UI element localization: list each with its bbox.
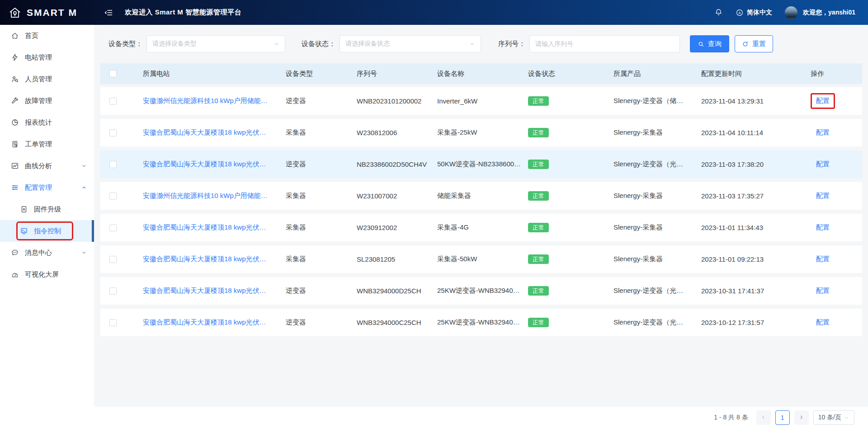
pagination-next-button[interactable] [794, 410, 809, 425]
product-cell: Slenergy-逆变器（光… [613, 318, 701, 327]
updated-cell: 2023-11-01 09:22:13 [701, 255, 811, 263]
report-icon [11, 118, 19, 127]
device-table: 所属电站 设备类型 序列号 设备名称 设备状态 所属产品 配置更新时间 操作 安… [100, 63, 862, 336]
product-cell: Slenergy-采集器 [613, 128, 701, 137]
sidebar-item-message-center[interactable]: 消息中心 [0, 242, 94, 263]
avatar[interactable] [785, 6, 797, 19]
sidebar-item-fault-management[interactable]: 故障管理 [0, 90, 94, 112]
config-action[interactable]: 配置 [816, 128, 830, 136]
station-link[interactable]: 安徽合肥蜀山海天大厦楼顶18 kwp光伏… [143, 128, 266, 136]
config-icon [11, 183, 19, 192]
sidebar-item-label: 工单管理 [25, 140, 52, 149]
station-link[interactable]: 安徽合肥蜀山海天大厦楼顶18 kwp光伏… [143, 223, 266, 231]
device-type-cell: 逆变器 [286, 287, 357, 295]
product-cell: Slenergy-采集器 [613, 223, 701, 232]
sidebar-item-report-statistics[interactable]: 报表统计 [0, 112, 94, 133]
language-label: 简体中文 [747, 9, 772, 17]
station-link[interactable]: 安徽合肥蜀山海天大厦楼顶18 kwp光伏… [143, 255, 266, 263]
serial-cell: W230812006 [357, 129, 437, 136]
config-action[interactable]: 配置 [816, 223, 830, 231]
device-type-cell: 采集器 [286, 128, 357, 137]
device-name-cell: Inverter_6kW [437, 97, 528, 105]
home-icon [11, 32, 19, 40]
config-action[interactable]: 配置 [816, 160, 830, 168]
station-link[interactable]: 安徽合肥蜀山海天大厦楼顶18 kwp光伏… [143, 160, 266, 168]
device-status-select[interactable]: 请选择设备状态 [340, 35, 481, 52]
table-body: 安徽滁州信光能源科技10 kWp户用储能… 逆变器 WNB20231012000… [100, 87, 862, 336]
device-type-select[interactable]: 请选择设备类型 [146, 35, 285, 52]
main-content: 设备类型： 请选择设备类型 设备状态： 请选择设备状态 序列号： 查询 重置 [94, 25, 868, 428]
updated-cell: 2023-10-31 17:41:37 [701, 287, 811, 295]
device-status-label: 设备状态： [302, 40, 335, 48]
serial-cell: WNB3294000D25CH [357, 287, 437, 295]
row-checkbox[interactable] [109, 129, 117, 136]
pagination-bar: 1 - 8 共 8 条 1 10 条/页 [94, 407, 868, 428]
table-row: 安徽合肥蜀山海天大厦楼顶18 kwp光伏… 采集器 SL23081205 采集器… [100, 245, 862, 273]
station-link[interactable]: 安徽合肥蜀山海天大厦楼顶18 kwp光伏… [143, 318, 266, 326]
logo-text: SMART M [27, 7, 77, 18]
row-checkbox[interactable] [109, 319, 117, 326]
col-actions: 操作 [811, 70, 862, 78]
sidebar-item-plant-management[interactable]: 电站管理 [0, 47, 94, 68]
updated-cell: 2023-11-04 13:29:31 [701, 97, 811, 105]
pagination-page-1[interactable]: 1 [775, 410, 790, 425]
config-action[interactable]: 配置 [816, 97, 830, 104]
station-link[interactable]: 安徽滁州信光能源科技10 kWp户用储能… [143, 97, 268, 104]
device-type-cell: 逆变器 [286, 97, 357, 105]
sidebar-item-personnel-management[interactable]: 人员管理 [0, 68, 94, 90]
filter-bar: 设备类型： 请选择设备类型 设备状态： 请选择设备状态 序列号： 查询 重置 [94, 25, 868, 52]
status-badge: 正常 [528, 96, 549, 106]
col-device-type: 设备类型 [286, 70, 357, 78]
serial-cell: W230912002 [357, 224, 437, 231]
chevron-down-icon [469, 41, 475, 47]
station-link[interactable]: 安徽合肥蜀山海天大厦楼顶18 kwp光伏… [143, 287, 266, 294]
config-action[interactable]: 配置 [816, 192, 830, 199]
row-checkbox[interactable] [109, 98, 117, 105]
search-button[interactable]: 查询 [690, 35, 729, 52]
chevron-down-icon [81, 163, 87, 169]
row-checkbox[interactable] [109, 193, 117, 200]
page-size-value: 10 条/页 [818, 414, 841, 422]
device-name-cell: 25KW逆变器-WNB32940… [437, 287, 528, 295]
device-name-cell: 储能采集器 [437, 192, 528, 200]
serial-cell: SL23081205 [357, 255, 437, 263]
status-badge: 正常 [528, 286, 549, 296]
status-badge: 正常 [528, 160, 549, 169]
page-title: 欢迎进入 Smart M 智慧能源管理平台 [125, 8, 241, 17]
reset-button[interactable]: 重置 [735, 35, 773, 52]
sidebar-item-firmware-upgrade[interactable]: 固件升级 [0, 198, 94, 220]
fault-icon [11, 97, 19, 105]
col-product: 所属产品 [613, 70, 701, 78]
page-size-select[interactable]: 10 条/页 [813, 410, 854, 425]
col-serial: 序列号 [357, 70, 437, 78]
sidebar-item-visual-dashboard[interactable]: 可视化大屏 [0, 263, 94, 285]
row-checkbox[interactable] [109, 224, 117, 231]
config-action[interactable]: 配置 [816, 318, 830, 326]
updated-cell: 2023-11-01 11:34:43 [701, 224, 811, 231]
row-checkbox[interactable] [109, 256, 117, 263]
sidebar-item-command-control[interactable]: 指令控制 [0, 220, 94, 242]
pagination-prev-button[interactable] [756, 410, 771, 425]
sidebar-item-label: 电站管理 [25, 53, 52, 62]
message-icon [11, 249, 19, 257]
search-icon [698, 41, 704, 47]
sidebar-item-label: 消息中心 [25, 249, 52, 257]
select-all-checkbox[interactable] [109, 70, 117, 77]
device-name-cell: 采集器-4G [437, 223, 528, 232]
config-action[interactable]: 配置 [816, 287, 830, 294]
sidebar-item-workorder-management[interactable]: 工单管理 [0, 133, 94, 155]
menu-collapse-icon[interactable] [104, 8, 113, 17]
notification-bell-icon[interactable] [714, 8, 723, 17]
sidebar-item-home[interactable]: 首页 [0, 25, 94, 47]
command-icon [20, 227, 28, 235]
row-checkbox[interactable] [109, 161, 117, 168]
sidebar-item-config-management[interactable]: 配置管理 [0, 177, 94, 198]
language-switcher[interactable]: A 简体中文 [736, 9, 772, 17]
config-action[interactable]: 配置 [816, 255, 830, 263]
station-link[interactable]: 安徽滁州信光能源科技10 kWp户用储能… [143, 192, 268, 199]
device-type-placeholder: 请选择设备类型 [152, 40, 197, 48]
serial-input[interactable] [529, 35, 680, 52]
language-icon: A [736, 9, 744, 17]
row-checkbox[interactable] [109, 287, 117, 295]
sidebar-item-curve-analysis[interactable]: 曲线分析 [0, 155, 94, 177]
